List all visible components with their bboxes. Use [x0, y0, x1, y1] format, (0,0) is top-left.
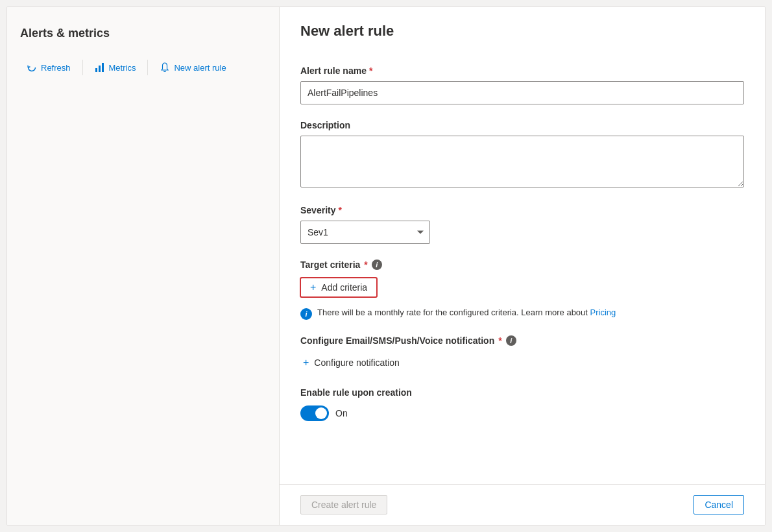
create-alert-rule-button[interactable]: Create alert rule: [300, 495, 387, 514]
enable-rule-toggle[interactable]: [300, 405, 329, 421]
refresh-icon: [27, 62, 37, 73]
target-criteria-info-icon[interactable]: i: [372, 260, 382, 270]
svg-rect-1: [99, 66, 101, 72]
pricing-link[interactable]: Pricing: [590, 308, 616, 317]
target-criteria-required-star: *: [364, 260, 367, 270]
panel-footer: Create alert rule Cancel: [280, 484, 765, 525]
target-criteria-label: Target criteria * i: [300, 260, 744, 270]
configure-notification-label: Configure Email/SMS/Push/Voice notificat…: [300, 335, 744, 346]
notification-info-icon[interactable]: i: [506, 335, 516, 346]
alert-rule-name-group: Alert rule name *: [300, 66, 744, 104]
metrics-button[interactable]: Metrics: [88, 58, 143, 77]
sidebar: Alerts & metrics Refresh: [7, 7, 280, 525]
toolbar-divider: [82, 60, 83, 75]
metrics-icon: [95, 62, 105, 73]
new-alert-label: New alert rule: [174, 63, 226, 73]
severity-select-wrapper: Sev0 Sev1 Sev2 Sev3 Sev4: [300, 221, 430, 244]
enable-rule-label: Enable rule upon creation: [300, 387, 744, 398]
info-notice-text: There will be a monthly rate for the con…: [317, 308, 616, 317]
notification-required-star: *: [498, 335, 501, 346]
info-notice-icon: i: [300, 308, 312, 320]
cancel-button[interactable]: Cancel: [694, 495, 744, 514]
toggle-label: On: [335, 408, 348, 418]
configure-plus-icon: +: [303, 357, 309, 368]
sidebar-toolbar: Refresh Metrics: [7, 53, 279, 82]
toggle-container: On: [300, 405, 744, 421]
configure-notification-group: Configure Email/SMS/Push/Voice notificat…: [300, 335, 744, 372]
panel-body: Alert rule name * Description Severity *: [280, 50, 765, 484]
add-criteria-label: Add criteria: [321, 282, 367, 293]
severity-select[interactable]: Sev0 Sev1 Sev2 Sev3 Sev4: [300, 221, 430, 244]
refresh-button[interactable]: Refresh: [20, 58, 77, 77]
add-criteria-plus-icon: +: [310, 282, 316, 293]
description-group: Description: [300, 120, 744, 189]
alert-rule-name-input[interactable]: [300, 81, 744, 104]
required-star: *: [369, 66, 372, 76]
alert-rule-name-label: Alert rule name *: [300, 66, 744, 76]
severity-required-star: *: [338, 205, 341, 215]
svg-rect-2: [102, 63, 104, 72]
main-content: New alert rule Alert rule name * Descrip…: [280, 7, 765, 525]
enable-rule-group: Enable rule upon creation On: [300, 387, 744, 421]
configure-notification-label: Configure notification: [314, 357, 400, 368]
panel-header: New alert rule: [280, 7, 765, 50]
refresh-label: Refresh: [41, 63, 71, 73]
info-notice: i There will be a monthly rate for the c…: [300, 308, 742, 320]
new-alert-rule-button[interactable]: New alert rule: [153, 58, 232, 77]
metrics-label: Metrics: [109, 63, 136, 73]
add-criteria-button[interactable]: + Add criteria: [300, 278, 377, 297]
target-criteria-group: Target criteria * i + Add criteria i The…: [300, 260, 744, 320]
new-alert-icon: [160, 62, 170, 73]
description-label: Description: [300, 120, 744, 130]
toolbar-divider2: [147, 60, 148, 75]
severity-group: Severity * Sev0 Sev1 Sev2 Sev3 Sev4: [300, 205, 744, 244]
configure-notification-button[interactable]: + Configure notification: [300, 354, 402, 372]
description-textarea[interactable]: [300, 136, 744, 187]
svg-rect-0: [95, 68, 97, 72]
panel-title: New alert rule: [300, 23, 744, 40]
sidebar-title: Alerts & metrics: [7, 20, 279, 53]
severity-label: Severity *: [300, 205, 744, 215]
